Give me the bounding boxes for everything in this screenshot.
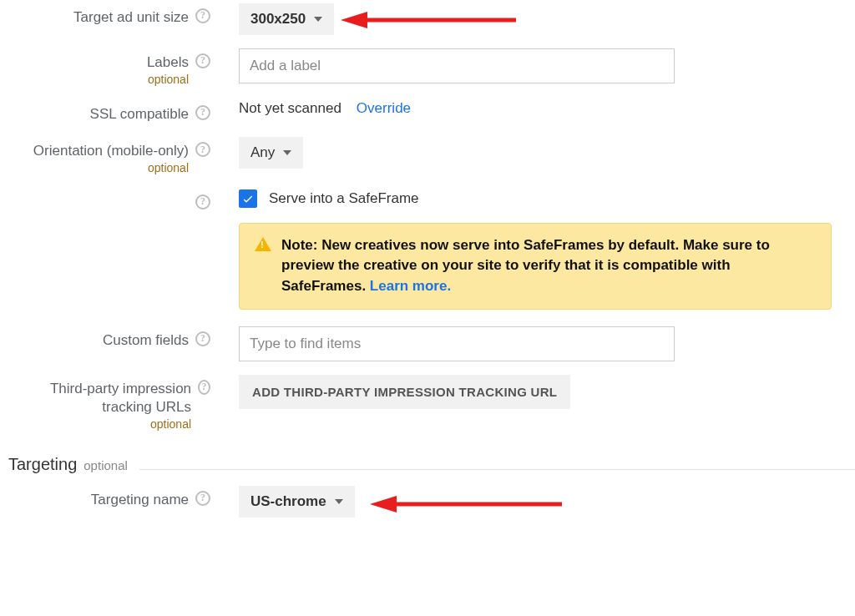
note-content: Note: New creatives now serve into SafeF… bbox=[281, 235, 816, 297]
label-orientation: Orientation (mobile-only) optional ? bbox=[8, 137, 215, 175]
ssl-override-link[interactable]: Override bbox=[357, 100, 411, 117]
label-ssl: SSL compatible ? bbox=[8, 100, 215, 124]
label-custom-fields: Custom fields ? bbox=[8, 326, 215, 350]
row-labels: Labels optional ? bbox=[8, 48, 855, 87]
label-optional: optional bbox=[33, 160, 189, 175]
control-orientation: Any bbox=[215, 137, 855, 169]
svg-marker-1 bbox=[341, 12, 367, 28]
warning-icon bbox=[255, 237, 271, 251]
row-custom-fields: Custom fields ? bbox=[8, 326, 855, 361]
ssl-status: Not yet scanned bbox=[239, 100, 341, 117]
help-icon[interactable]: ? bbox=[195, 53, 210, 68]
learn-more-link[interactable]: Learn more. bbox=[370, 278, 451, 294]
control-safeframe: Serve into a SafeFrame bbox=[215, 189, 855, 208]
label-targeting-name: Targeting name ? bbox=[8, 486, 215, 509]
section-targeting: Targeting optional bbox=[8, 455, 855, 474]
orientation-select[interactable]: Any bbox=[239, 137, 303, 169]
help-icon[interactable]: ? bbox=[195, 491, 210, 506]
help-icon[interactable]: ? bbox=[195, 142, 210, 157]
row-tracking-urls: Third-party impression tracking URLs opt… bbox=[8, 375, 855, 432]
label-optional: optional bbox=[8, 417, 191, 432]
safeframe-note: Note: New creatives now serve into SafeF… bbox=[239, 223, 832, 310]
row-orientation: Orientation (mobile-only) optional ? Any bbox=[8, 137, 855, 175]
label-text: Orientation (mobile-only) bbox=[33, 143, 189, 159]
row-note: Note: New creatives now serve into SafeF… bbox=[8, 223, 855, 310]
control-targeting-name: US-chrome bbox=[215, 486, 855, 518]
target-ad-unit-size-select[interactable]: 300x250 bbox=[239, 3, 334, 35]
select-value: 300x250 bbox=[250, 11, 306, 28]
label-text: Labels bbox=[147, 54, 189, 70]
custom-fields-input[interactable] bbox=[239, 326, 675, 361]
check-icon bbox=[241, 192, 255, 205]
note-text: Note: New creatives now serve into SafeF… bbox=[281, 237, 770, 294]
section-divider bbox=[139, 469, 855, 470]
annotation-arrow-icon bbox=[341, 7, 516, 33]
chevron-down-icon bbox=[335, 499, 343, 504]
control-note: Note: New creatives now serve into SafeF… bbox=[215, 223, 855, 310]
help-icon[interactable]: ? bbox=[195, 8, 210, 23]
label-safeframe: ? bbox=[8, 189, 215, 210]
label-text: Target ad unit size bbox=[73, 8, 189, 27]
safeframe-label: Serve into a SafeFrame bbox=[269, 190, 419, 207]
chevron-down-icon bbox=[314, 17, 322, 22]
label-tracking-urls: Third-party impression tracking URLs opt… bbox=[8, 375, 215, 432]
label-text: Custom fields bbox=[103, 331, 189, 350]
row-ssl: SSL compatible ? Not yet scanned Overrid… bbox=[8, 100, 855, 124]
row-safeframe: ? Serve into a SafeFrame bbox=[8, 189, 855, 210]
control-tracking-urls: ADD THIRD-PARTY IMPRESSION TRACKING URL bbox=[215, 375, 855, 409]
select-value: Any bbox=[250, 144, 275, 161]
help-icon[interactable]: ? bbox=[195, 194, 210, 210]
label-optional: optional bbox=[147, 72, 189, 87]
control-labels bbox=[215, 48, 855, 83]
help-icon[interactable]: ? bbox=[195, 105, 210, 120]
control-custom-fields bbox=[215, 326, 855, 361]
annotation-arrow-icon bbox=[370, 491, 562, 518]
targeting-name-select[interactable]: US-chrome bbox=[239, 486, 355, 518]
help-icon[interactable]: ? bbox=[195, 331, 210, 346]
svg-marker-3 bbox=[370, 496, 397, 512]
safeframe-checkbox[interactable] bbox=[239, 189, 257, 208]
control-target-ad-unit-size: 300x250 bbox=[215, 3, 855, 35]
select-value: US-chrome bbox=[250, 493, 326, 510]
labels-input[interactable] bbox=[239, 48, 675, 83]
row-target-ad-unit-size: Target ad unit size ? 300x250 bbox=[8, 3, 855, 35]
label-text: Third-party impression tracking URLs bbox=[50, 381, 191, 415]
chevron-down-icon bbox=[283, 150, 291, 155]
add-tracking-url-button[interactable]: ADD THIRD-PARTY IMPRESSION TRACKING URL bbox=[239, 375, 570, 409]
label-target-ad-unit-size: Target ad unit size ? bbox=[8, 3, 215, 27]
control-ssl: Not yet scanned Override bbox=[215, 100, 855, 117]
label-text: Targeting name bbox=[91, 491, 189, 509]
section-title: Targeting bbox=[8, 455, 77, 474]
row-targeting-name: Targeting name ? US-chrome bbox=[8, 486, 855, 518]
section-optional: optional bbox=[83, 458, 128, 472]
help-icon[interactable]: ? bbox=[198, 380, 210, 395]
label-labels: Labels optional ? bbox=[8, 48, 215, 87]
label-text: SSL compatible bbox=[90, 105, 189, 124]
